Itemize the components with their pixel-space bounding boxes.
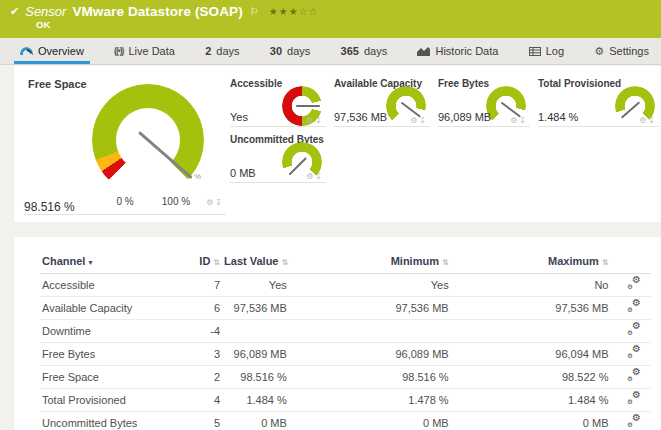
channel-name: Uncommitted Bytes (40, 412, 182, 430)
status-ok-check-icon: ✔ (10, 3, 19, 20)
gauge-action-icons[interactable]: ⚙↧ (306, 116, 324, 125)
tab-historic-data[interactable]: Historic Data (411, 38, 504, 64)
gauge-value: 98.516 % (24, 200, 75, 214)
channel-maximum: 0 MB (451, 412, 611, 430)
column-label: Channel (42, 255, 85, 267)
gear-icon: ⚙ (627, 284, 633, 291)
gauge-action-icons[interactable]: ⚙↧ (306, 172, 324, 181)
tab-label: days (216, 45, 239, 57)
gauge-unit-label: % (194, 172, 201, 181)
table-row-total-provisioned[interactable]: Total Provisioned 4 1.484 % 1.478 % 1.48… (40, 389, 651, 412)
tab-label: Live Data (128, 45, 174, 57)
table-row-free-bytes[interactable]: Free Bytes 3 96,089 MB 96,089 MB 96,094 … (40, 343, 651, 366)
sensor-header: ✔ Sensor VMware Datastore (SOAP) ⚐ ★★★☆☆… (0, 0, 661, 38)
column-header-id[interactable]: ID⇅ (182, 250, 222, 274)
table-row-downtime[interactable]: Downtime -4 ⚙⚙ (40, 320, 651, 343)
pin-icon[interactable]: ↧ (315, 172, 324, 181)
gear-icon[interactable]: ⚙ (410, 116, 419, 125)
pin-icon[interactable]: ↧ (215, 198, 224, 207)
sort-active-icon: ▾ (88, 258, 92, 267)
edit-channel-icon[interactable]: ⚙⚙ (627, 324, 641, 335)
gear-icon: ⚙ (632, 298, 641, 308)
gear-icon: ⚙ (632, 390, 641, 400)
tab-live-data[interactable]: ((•)) Live Data (108, 38, 181, 64)
table-row-uncommitted-bytes[interactable]: Uncommitted Bytes 5 0 MB 0 MB 0 MB ⚙⚙ (40, 412, 651, 430)
channel-id: 4 (182, 389, 222, 412)
column-header-edit (610, 250, 651, 274)
tab-settings[interactable]: ⚙ Settings (588, 38, 655, 64)
gear-icon[interactable]: ⚙ (306, 172, 315, 181)
channels-table: Channel▾ ID⇅ Last Value⇅ Minimum⇅ Maximu… (40, 250, 651, 430)
channel-name: Available Capacity (40, 297, 182, 320)
gear-icon[interactable]: ⚙ (510, 116, 519, 125)
sensor-kind-label: Sensor (25, 3, 66, 20)
overview-gauges-panel: Free Space % 0 % 100 % 98.516 % ⚙↧ Acces… (14, 66, 661, 222)
gauge-scale-max-label: 100 % (154, 196, 198, 207)
channel-last-value: 98.516 % (222, 366, 289, 389)
gauge-title: Total Provisioned (538, 78, 621, 89)
gauge-value: 1.484 % (538, 111, 578, 123)
gear-icon[interactable]: ⚙ (306, 116, 315, 125)
gear-icon: ⚙ (632, 321, 641, 331)
priority-stars[interactable]: ★★★☆☆ (269, 3, 319, 20)
table-row-accessible[interactable]: Accessible 7 Yes Yes No ⚙⚙ (40, 274, 651, 297)
column-header-channel[interactable]: Channel▾ (40, 250, 182, 274)
tab-2-days[interactable]: 2 days (199, 38, 245, 64)
gauge-action-icons[interactable]: ⚙↧ (639, 116, 657, 125)
channel-last-value: 97,536 MB (222, 297, 289, 320)
tab-label: days (364, 45, 387, 57)
gear-icon: ⚙ (627, 422, 633, 429)
channel-minimum: 96,089 MB (289, 343, 451, 366)
tab-overview[interactable]: Overview (14, 38, 90, 64)
edit-channel-icon[interactable]: ⚙⚙ (627, 416, 641, 427)
channel-minimum: 0 MB (289, 412, 451, 430)
gear-icon: ⚙ (632, 367, 641, 377)
available-capacity-gauge-block: Available Capacity 97,536 MB ⚙↧ (334, 74, 430, 127)
gauge-action-icons[interactable]: ⚙↧ (510, 116, 528, 125)
channel-id: -4 (182, 320, 222, 343)
gear-icon: ⚙ (627, 307, 633, 314)
gear-icon: ⚙ (627, 330, 633, 337)
table-row-available-capacity[interactable]: Available Capacity 6 97,536 MB 97,536 MB… (40, 297, 651, 320)
channel-minimum: Yes (289, 274, 451, 297)
tab-365-days[interactable]: 365 days (335, 38, 394, 64)
channel-last-value (222, 320, 289, 343)
gauge-title: Accessible (230, 78, 282, 89)
column-header-last-value[interactable]: Last Value⇅ (222, 250, 289, 274)
gear-icon: ⚙ (627, 353, 633, 360)
tab-log[interactable]: Log (523, 38, 570, 64)
tab-30-days[interactable]: 30 days (264, 38, 317, 64)
channel-id: 3 (182, 343, 222, 366)
table-header-row: Channel▾ ID⇅ Last Value⇅ Minimum⇅ Maximu… (40, 250, 651, 274)
column-header-maximum[interactable]: Maximum⇅ (451, 250, 611, 274)
gauge-action-icons[interactable]: ⚙↧ (206, 198, 224, 207)
channel-maximum: 1.484 % (451, 389, 611, 412)
gauge-scale-min-label: 0 % (108, 196, 142, 207)
channel-id: 7 (182, 274, 222, 297)
edit-channel-icon[interactable]: ⚙⚙ (627, 278, 641, 289)
channel-name: Total Provisioned (40, 389, 182, 412)
channel-minimum: 1.478 % (289, 389, 451, 412)
pin-icon[interactable]: ↧ (648, 116, 657, 125)
edit-channel-icon[interactable]: ⚙⚙ (627, 301, 641, 312)
pin-icon[interactable]: ↧ (519, 116, 528, 125)
edit-channel-icon[interactable]: ⚙⚙ (627, 347, 641, 358)
column-label: Last Value (224, 255, 278, 267)
channel-last-value: 0 MB (222, 412, 289, 430)
flag-icon[interactable]: ⚐ (250, 3, 259, 20)
gear-icon[interactable]: ⚙ (639, 116, 648, 125)
table-row-free-space[interactable]: Free Space 2 98.516 % 98.516 % 98.522 % … (40, 366, 651, 389)
pin-icon[interactable]: ↧ (419, 116, 428, 125)
channel-maximum: 98.522 % (451, 366, 611, 389)
edit-channel-icon[interactable]: ⚙⚙ (627, 393, 641, 404)
sort-icon: ⇅ (602, 258, 609, 267)
gauge-title: Free Bytes (438, 78, 489, 89)
tab-label: Historic Data (435, 45, 498, 57)
channel-last-value: 1.484 % (222, 389, 289, 412)
gear-icon[interactable]: ⚙ (206, 198, 215, 207)
tab-number: 2 (205, 45, 211, 57)
edit-channel-icon[interactable]: ⚙⚙ (627, 370, 641, 381)
column-header-minimum[interactable]: Minimum⇅ (289, 250, 451, 274)
pin-icon[interactable]: ↧ (315, 116, 324, 125)
gauge-action-icons[interactable]: ⚙↧ (410, 116, 428, 125)
